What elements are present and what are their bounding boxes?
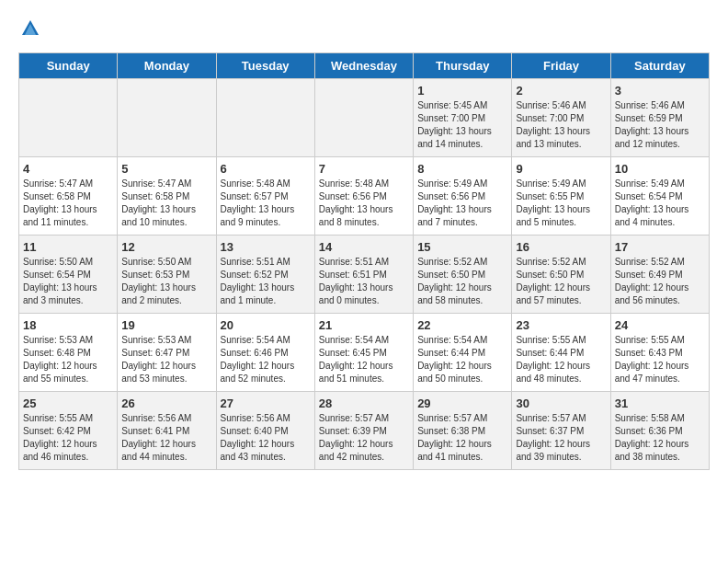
day-number: 11 <box>23 240 113 254</box>
calendar-table: SundayMondayTuesdayWednesdayThursdayFrid… <box>18 52 710 470</box>
calendar-cell: 9Sunrise: 5:49 AMSunset: 6:55 PMDaylight… <box>512 157 610 236</box>
calendar-cell <box>19 79 118 157</box>
day-number: 5 <box>121 162 211 176</box>
calendar-cell: 1Sunrise: 5:45 AMSunset: 7:00 PMDaylight… <box>414 79 512 157</box>
day-info: Sunrise: 5:57 AMSunset: 6:39 PMDaylight:… <box>319 412 409 464</box>
day-info: Sunrise: 5:55 AMSunset: 6:44 PMDaylight:… <box>516 334 606 385</box>
calendar-cell: 6Sunrise: 5:48 AMSunset: 6:57 PMDaylight… <box>216 157 314 236</box>
calendar-cell: 13Sunrise: 5:51 AMSunset: 6:52 PMDayligh… <box>216 236 314 314</box>
day-number: 4 <box>23 162 113 176</box>
day-number: 8 <box>417 162 507 176</box>
calendar-cell: 30Sunrise: 5:57 AMSunset: 6:37 PMDayligh… <box>512 392 610 470</box>
day-number: 14 <box>319 240 409 254</box>
calendar-cell: 7Sunrise: 5:48 AMSunset: 6:56 PMDaylight… <box>314 157 413 236</box>
calendar-cell <box>314 79 413 157</box>
calendar-cell: 27Sunrise: 5:56 AMSunset: 6:40 PMDayligh… <box>216 392 314 470</box>
day-info: Sunrise: 5:47 AMSunset: 6:58 PMDaylight:… <box>23 178 113 229</box>
calendar-cell <box>216 79 314 157</box>
day-number: 19 <box>121 318 211 332</box>
logo-icon <box>20 26 40 41</box>
day-info: Sunrise: 5:51 AMSunset: 6:51 PMDaylight:… <box>319 256 409 307</box>
day-info: Sunrise: 5:54 AMSunset: 6:45 PMDaylight:… <box>319 334 409 385</box>
day-number: 26 <box>121 396 211 410</box>
day-info: Sunrise: 5:57 AMSunset: 6:37 PMDaylight:… <box>516 412 606 464</box>
header-day-saturday: Saturday <box>610 53 709 79</box>
day-info: Sunrise: 5:56 AMSunset: 6:41 PMDaylight:… <box>121 412 211 464</box>
header-day-tuesday: Tuesday <box>216 53 314 79</box>
day-number: 2 <box>516 84 606 98</box>
calendar-cell <box>118 79 216 157</box>
calendar-cell: 24Sunrise: 5:55 AMSunset: 6:43 PMDayligh… <box>610 314 709 392</box>
day-info: Sunrise: 5:54 AMSunset: 6:46 PMDaylight:… <box>221 334 311 385</box>
day-number: 1 <box>417 84 507 98</box>
day-info: Sunrise: 5:56 AMSunset: 6:40 PMDaylight:… <box>221 412 311 464</box>
day-number: 27 <box>221 396 311 410</box>
calendar-cell: 29Sunrise: 5:57 AMSunset: 6:38 PMDayligh… <box>414 392 512 470</box>
calendar-cell: 11Sunrise: 5:50 AMSunset: 6:54 PMDayligh… <box>19 236 118 314</box>
day-number: 25 <box>23 396 113 410</box>
day-number: 17 <box>615 240 705 254</box>
day-number: 21 <box>319 318 409 332</box>
day-info: Sunrise: 5:48 AMSunset: 6:57 PMDaylight:… <box>221 178 311 229</box>
calendar-cell: 4Sunrise: 5:47 AMSunset: 6:58 PMDaylight… <box>19 157 118 236</box>
day-info: Sunrise: 5:58 AMSunset: 6:36 PMDaylight:… <box>615 412 705 464</box>
calendar-cell: 14Sunrise: 5:51 AMSunset: 6:51 PMDayligh… <box>314 236 413 314</box>
calendar-cell: 23Sunrise: 5:55 AMSunset: 6:44 PMDayligh… <box>512 314 610 392</box>
day-info: Sunrise: 5:53 AMSunset: 6:48 PMDaylight:… <box>23 334 113 385</box>
calendar-cell: 28Sunrise: 5:57 AMSunset: 6:39 PMDayligh… <box>314 392 413 470</box>
calendar-week-4: 18Sunrise: 5:53 AMSunset: 6:48 PMDayligh… <box>19 314 710 392</box>
calendar-cell: 18Sunrise: 5:53 AMSunset: 6:48 PMDayligh… <box>19 314 118 392</box>
day-number: 9 <box>516 162 606 176</box>
day-info: Sunrise: 5:48 AMSunset: 6:56 PMDaylight:… <box>319 178 409 229</box>
day-number: 16 <box>516 240 606 254</box>
day-info: Sunrise: 5:55 AMSunset: 6:43 PMDaylight:… <box>615 334 705 385</box>
day-number: 10 <box>615 162 705 176</box>
day-info: Sunrise: 5:49 AMSunset: 6:55 PMDaylight:… <box>516 178 606 229</box>
day-info: Sunrise: 5:52 AMSunset: 6:49 PMDaylight:… <box>615 256 705 307</box>
calendar-cell: 16Sunrise: 5:52 AMSunset: 6:50 PMDayligh… <box>512 236 610 314</box>
calendar-cell: 5Sunrise: 5:47 AMSunset: 6:58 PMDaylight… <box>118 157 216 236</box>
calendar-cell: 26Sunrise: 5:56 AMSunset: 6:41 PMDayligh… <box>118 392 216 470</box>
day-info: Sunrise: 5:50 AMSunset: 6:54 PMDaylight:… <box>23 256 113 307</box>
calendar-cell: 25Sunrise: 5:55 AMSunset: 6:42 PMDayligh… <box>19 392 118 470</box>
calendar-week-1: 1Sunrise: 5:45 AMSunset: 7:00 PMDaylight… <box>19 79 710 157</box>
day-number: 7 <box>319 162 409 176</box>
logo <box>18 18 40 43</box>
day-info: Sunrise: 5:50 AMSunset: 6:53 PMDaylight:… <box>121 256 211 307</box>
day-info: Sunrise: 5:57 AMSunset: 6:38 PMDaylight:… <box>417 412 507 464</box>
day-number: 20 <box>221 318 311 332</box>
day-number: 31 <box>615 396 705 410</box>
header-day-wednesday: Wednesday <box>314 53 413 79</box>
calendar-cell: 21Sunrise: 5:54 AMSunset: 6:45 PMDayligh… <box>314 314 413 392</box>
calendar-cell: 20Sunrise: 5:54 AMSunset: 6:46 PMDayligh… <box>216 314 314 392</box>
calendar-cell: 19Sunrise: 5:53 AMSunset: 6:47 PMDayligh… <box>118 314 216 392</box>
day-number: 15 <box>417 240 507 254</box>
calendar-header-row: SundayMondayTuesdayWednesdayThursdayFrid… <box>19 53 710 79</box>
calendar-cell: 31Sunrise: 5:58 AMSunset: 6:36 PMDayligh… <box>610 392 709 470</box>
day-number: 3 <box>615 84 705 98</box>
day-number: 13 <box>221 240 311 254</box>
day-number: 12 <box>121 240 211 254</box>
day-info: Sunrise: 5:52 AMSunset: 6:50 PMDaylight:… <box>417 256 507 307</box>
calendar-week-3: 11Sunrise: 5:50 AMSunset: 6:54 PMDayligh… <box>19 236 710 314</box>
calendar-cell: 3Sunrise: 5:46 AMSunset: 6:59 PMDaylight… <box>610 79 709 157</box>
day-info: Sunrise: 5:45 AMSunset: 7:00 PMDaylight:… <box>417 99 507 151</box>
header-day-monday: Monday <box>118 53 216 79</box>
calendar-cell: 17Sunrise: 5:52 AMSunset: 6:49 PMDayligh… <box>610 236 709 314</box>
header-day-thursday: Thursday <box>414 53 512 79</box>
day-info: Sunrise: 5:53 AMSunset: 6:47 PMDaylight:… <box>121 334 211 385</box>
day-info: Sunrise: 5:54 AMSunset: 6:44 PMDaylight:… <box>417 334 507 385</box>
day-info: Sunrise: 5:52 AMSunset: 6:50 PMDaylight:… <box>516 256 606 307</box>
day-number: 30 <box>516 396 606 410</box>
day-number: 29 <box>417 396 507 410</box>
calendar-cell: 8Sunrise: 5:49 AMSunset: 6:56 PMDaylight… <box>414 157 512 236</box>
calendar-week-2: 4Sunrise: 5:47 AMSunset: 6:58 PMDaylight… <box>19 157 710 236</box>
calendar-cell: 2Sunrise: 5:46 AMSunset: 7:00 PMDaylight… <box>512 79 610 157</box>
day-info: Sunrise: 5:49 AMSunset: 6:54 PMDaylight:… <box>615 178 705 229</box>
calendar-cell: 10Sunrise: 5:49 AMSunset: 6:54 PMDayligh… <box>610 157 709 236</box>
day-info: Sunrise: 5:46 AMSunset: 6:59 PMDaylight:… <box>615 99 705 151</box>
day-number: 23 <box>516 318 606 332</box>
calendar-cell: 22Sunrise: 5:54 AMSunset: 6:44 PMDayligh… <box>414 314 512 392</box>
calendar-week-5: 25Sunrise: 5:55 AMSunset: 6:42 PMDayligh… <box>19 392 710 470</box>
header-day-sunday: Sunday <box>19 53 118 79</box>
